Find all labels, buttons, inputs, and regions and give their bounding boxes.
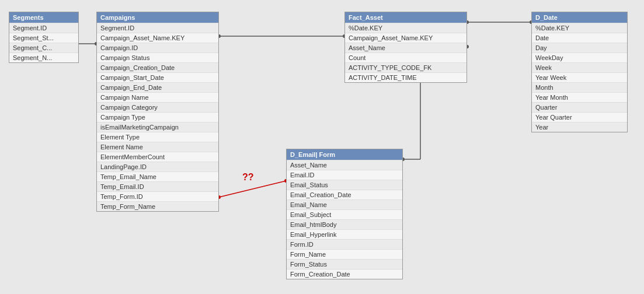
table-row: Year Week xyxy=(532,72,627,82)
campaigns-table: Campaigns Segment.ID Campaign_Asset_Name… xyxy=(96,12,219,212)
table-row: Email_Creation_Date xyxy=(287,190,402,200)
table-row: Campaign_Start_Date xyxy=(97,72,218,82)
table-row: Year xyxy=(532,122,627,132)
table-row: Email.ID xyxy=(287,170,402,180)
table-row: Campaign_End_Date xyxy=(97,82,218,92)
table-row: Year Quarter xyxy=(532,112,627,122)
table-row: Campaign.ID xyxy=(97,43,218,52)
campaigns-title: Campaigns xyxy=(97,12,218,23)
table-row: Date xyxy=(532,33,627,43)
table-row: Asset_Name xyxy=(345,43,467,52)
table-row: Month xyxy=(532,82,627,92)
table-row: %Date.KEY xyxy=(345,23,467,33)
segments-title: Segments xyxy=(9,12,78,23)
table-row: Email_Name xyxy=(287,200,402,209)
table-row: isEmailMarketingCampaign xyxy=(97,122,218,132)
table-row: Email_Subject xyxy=(287,209,402,219)
table-row: Campaign Name xyxy=(97,92,218,102)
table-row: Year Month xyxy=(532,92,627,102)
table-row: Campaign_Creation_Date xyxy=(97,62,218,72)
table-row: Count xyxy=(345,52,467,62)
diagram-canvas: ?? Segments Segment.ID Segment_St... Seg… xyxy=(0,0,644,294)
table-row: Campaign Type xyxy=(97,112,218,122)
table-row: Segment.ID xyxy=(9,23,78,33)
table-row: Form_Creation_Date xyxy=(287,269,402,279)
table-row: Email_Hyperlink xyxy=(287,229,402,239)
table-row: WeekDay xyxy=(532,52,627,62)
d-email-form-title: D_Email| Form xyxy=(287,149,402,160)
table-row: Week xyxy=(532,62,627,72)
table-row: Email_Status xyxy=(287,180,402,190)
svg-line-14 xyxy=(219,181,286,197)
table-row: Segment.ID xyxy=(97,23,218,33)
table-row: ElementMemberCount xyxy=(97,152,218,162)
table-row: Campaign_Asset_Name.KEY xyxy=(345,33,467,43)
table-row: Day xyxy=(532,43,627,52)
table-row: Form_Status xyxy=(287,259,402,269)
table-row: ACTIVITY_DATE_TIME xyxy=(345,72,467,82)
table-row: Temp_Email_Name xyxy=(97,172,218,181)
table-row: Temp_Form.ID xyxy=(97,191,218,201)
table-row: Temp_Email.ID xyxy=(97,181,218,191)
d-date-table: D_Date %Date.KEY Date Day WeekDay Week Y… xyxy=(531,12,628,132)
table-row: Segment_St... xyxy=(9,33,78,43)
fact-asset-title: Fact_Asset xyxy=(345,12,467,23)
table-row: Quarter xyxy=(532,102,627,112)
table-row: %Date.KEY xyxy=(532,23,627,33)
table-row: Element Type xyxy=(97,132,218,142)
table-row: Segment_C... xyxy=(9,43,78,52)
table-row: Campaign Status xyxy=(97,52,218,62)
table-row: LandingPage.ID xyxy=(97,162,218,172)
d-email-form-table: D_Email| Form Asset_Name Email.ID Email_… xyxy=(286,149,403,279)
table-row: Asset_Name xyxy=(287,160,402,170)
table-row: Campaign_Asset_Name.KEY xyxy=(97,33,218,43)
table-row: Temp_Form_Name xyxy=(97,201,218,211)
table-row: ACTIVITY_TYPE_CODE_FK xyxy=(345,62,467,72)
table-row: Campaign Category xyxy=(97,102,218,112)
table-row: Element Name xyxy=(97,142,218,152)
table-row: Segment_N... xyxy=(9,52,78,62)
question-marks-label: ?? xyxy=(242,172,254,183)
table-row: Form_Name xyxy=(287,249,402,259)
d-date-title: D_Date xyxy=(532,12,627,23)
table-row: Form.ID xyxy=(287,239,402,249)
table-row: Email_htmlBody xyxy=(287,219,402,229)
segments-table: Segments Segment.ID Segment_St... Segmen… xyxy=(9,12,79,63)
fact-asset-table: Fact_Asset %Date.KEY Campaign_Asset_Name… xyxy=(344,12,467,83)
